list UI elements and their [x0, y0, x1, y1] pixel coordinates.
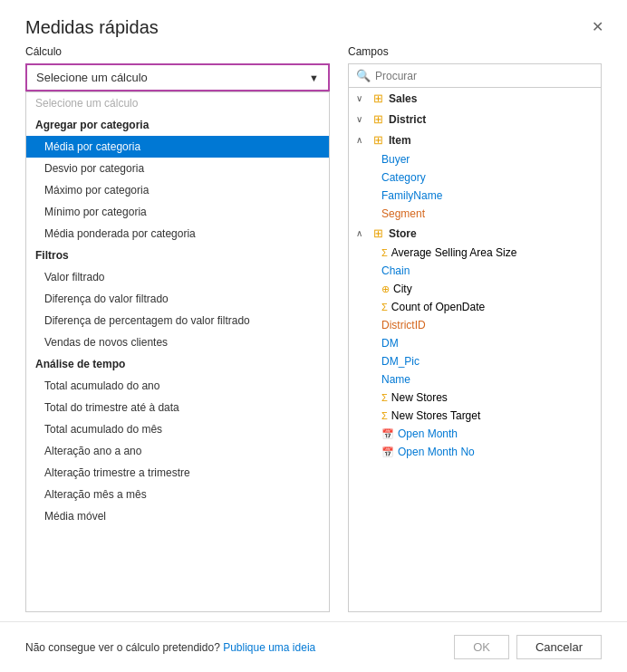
table-icon: ⊞ — [371, 112, 385, 126]
table-icon: ⊞ — [371, 226, 385, 240]
tree-child-new-stores-target[interactable]: Σ New Stores Target — [349, 407, 601, 425]
dropdown-item[interactable]: Valor filtrado — [26, 266, 329, 288]
sigma-icon: Σ — [381, 410, 388, 421]
campos-panel: Campos 🔍 ∨ ⊞ Sales ∨ ⊞ District — [348, 45, 602, 612]
dropdown-item[interactable]: Alteração trimestre a trimestre — [26, 462, 329, 484]
tree-node-label: District — [389, 113, 426, 126]
group-header-filtros: Filtros — [26, 245, 329, 266]
calculo-panel: Cálculo Selecione um cálculo ▼ Selecione… — [25, 45, 330, 612]
globe-icon: ⊕ — [381, 283, 390, 295]
tree-child-count-opendate[interactable]: Σ Count of OpenDate — [349, 298, 601, 316]
dialog-body: Cálculo Selecione um cálculo ▼ Selecione… — [0, 45, 627, 612]
tree-child-avg-selling[interactable]: Σ Average Selling Area Size — [349, 244, 601, 262]
tree-child-segment[interactable]: Segment — [349, 205, 601, 223]
chevron-icon: ∧ — [356, 135, 367, 145]
dropdown-item[interactable]: Alteração ano a ano — [26, 440, 329, 462]
dropdown-item[interactable]: Média ponderada por categoria — [26, 223, 329, 245]
tree-child-label: New Stores — [391, 391, 448, 404]
dialog-footer: Não consegue ver o cálculo pretendido? P… — [0, 621, 627, 672]
tree-child-label: City — [393, 283, 412, 295]
dropdown-item[interactable]: Total acumulado do mês — [26, 418, 329, 440]
dropdown-item[interactable]: Desvio por categoria — [26, 158, 329, 179]
tree-child-dm[interactable]: DM — [349, 334, 601, 352]
footer-buttons: OK Cancelar — [454, 635, 602, 659]
tree-child-label: Average Selling Area Size — [391, 246, 517, 259]
dropdown-item[interactable]: Mínimo por categoria — [26, 201, 329, 223]
close-button[interactable]: ✕ — [586, 16, 609, 38]
tree-child-open-month[interactable]: 📅 Open Month — [349, 425, 601, 443]
dropdown-item[interactable]: Total acumulado do ano — [26, 375, 329, 397]
dropdown-item[interactable]: Máximo por categoria — [26, 179, 329, 201]
search-input[interactable] — [375, 70, 593, 82]
tree-child-label: New Stores Target — [391, 409, 481, 422]
cancel-button[interactable]: Cancelar — [516, 635, 602, 659]
fields-tree: ∨ ⊞ Sales ∨ ⊞ District ∧ ⊞ Item Buyer Ca… — [348, 88, 602, 612]
dropdown-item[interactable]: Total do trimestre até à data — [26, 397, 329, 418]
sigma-icon: Σ — [381, 302, 388, 312]
tree-child-city[interactable]: ⊕ City — [349, 280, 601, 298]
tree-child-dm-pic[interactable]: DM_Pic — [349, 352, 601, 370]
sigma-icon: Σ — [381, 247, 388, 258]
calculo-label: Cálculo — [25, 45, 330, 58]
dropdown-item[interactable]: Diferença de percentagem do valor filtra… — [26, 310, 329, 331]
tree-child-new-stores[interactable]: Σ New Stores — [349, 389, 601, 407]
table-icon: ⊞ — [371, 91, 385, 105]
chevron-down-icon: ▼ — [309, 72, 319, 83]
tree-node-district[interactable]: ∨ ⊞ District — [349, 109, 601, 130]
medidas-rapidas-dialog: Medidas rápidas ✕ Cálculo Selecione um c… — [0, 0, 627, 672]
table-icon: ⊞ — [371, 133, 385, 147]
group-header-agregar: Agregar por categoria — [26, 114, 329, 136]
tree-node-label: Item — [389, 134, 411, 147]
tree-node-label: Store — [389, 227, 417, 240]
campos-label: Campos — [348, 45, 602, 58]
tree-node-label: Sales — [389, 92, 417, 105]
calc-select-box[interactable]: Selecione um cálculo ▼ — [25, 63, 330, 91]
calc-dropdown-list[interactable]: Selecione um cálculo Agregar por categor… — [25, 91, 330, 612]
ok-button[interactable]: OK — [454, 635, 509, 659]
tree-child-familyname[interactable]: FamilyName — [349, 187, 601, 205]
tree-child-label: Open Month — [398, 427, 458, 440]
dropdown-item[interactable]: Média móvel — [26, 505, 329, 527]
tree-child-label: Open Month No — [398, 446, 475, 458]
group-header-analise: Análise de tempo — [26, 353, 329, 375]
dropdown-item[interactable]: Vendas de novos clientes — [26, 331, 329, 353]
footer-text: Não consegue ver o cálculo pretendido? P… — [25, 641, 454, 654]
dialog-title: Medidas rápidas — [25, 17, 159, 38]
tree-child-chain[interactable]: Chain — [349, 262, 601, 280]
search-box[interactable]: 🔍 — [348, 63, 602, 88]
dropdown-item[interactable]: Alteração mês a mês — [26, 484, 329, 505]
tree-child-name[interactable]: Name — [349, 370, 601, 389]
search-icon: 🔍 — [356, 69, 371, 82]
tree-child-category[interactable]: Category — [349, 168, 601, 187]
tree-node-item[interactable]: ∧ ⊞ Item — [349, 130, 601, 150]
dropdown-item[interactable]: Diferença do valor filtrado — [26, 288, 329, 310]
dropdown-placeholder: Selecione um cálculo — [26, 92, 329, 114]
dropdown-item[interactable]: Média por categoria — [26, 136, 329, 158]
tree-node-sales[interactable]: ∨ ⊞ Sales — [349, 88, 601, 109]
chevron-icon: ∧ — [356, 228, 367, 238]
tree-child-buyer[interactable]: Buyer — [349, 150, 601, 168]
tree-child-open-month-no[interactable]: 📅 Open Month No — [349, 443, 601, 461]
calendar-icon: 📅 — [381, 428, 394, 440]
calendar-icon: 📅 — [381, 446, 394, 458]
chevron-icon: ∨ — [356, 114, 367, 124]
tree-child-districtid[interactable]: DistrictID — [349, 316, 601, 334]
footer-link[interactable]: Publique uma ideia — [223, 641, 315, 654]
tree-node-store[interactable]: ∧ ⊞ Store — [349, 223, 601, 244]
tree-child-label: Count of OpenDate — [391, 301, 485, 313]
chevron-icon: ∨ — [356, 93, 367, 103]
sigma-icon: Σ — [381, 392, 388, 403]
calc-select-text: Selecione um cálculo — [36, 71, 148, 84]
dialog-header: Medidas rápidas ✕ — [0, 0, 627, 45]
